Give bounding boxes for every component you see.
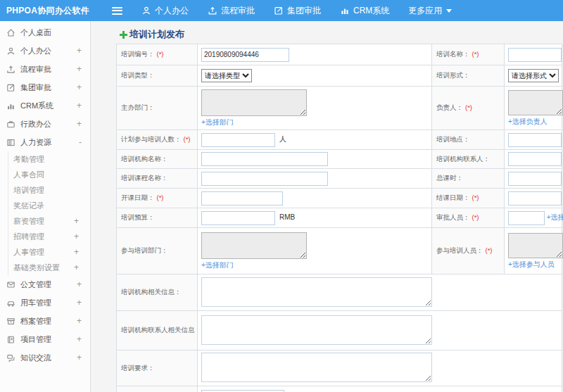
unit-label: 人	[279, 135, 286, 143]
notebook-icon	[6, 335, 15, 344]
budget-input[interactable]	[201, 211, 275, 225]
field-cell	[198, 169, 432, 189]
required-marker: (*)	[465, 103, 472, 111]
menu-toggle-icon[interactable]	[112, 7, 122, 15]
chat-icon	[6, 353, 15, 362]
nav-item-group-approval[interactable]: 集团审批	[274, 5, 321, 17]
expand-sign: +	[74, 217, 79, 225]
sidebar-item-admin-office[interactable]: 行政办公 +	[0, 115, 90, 133]
required-marker: (*)	[472, 50, 479, 58]
sidebar-subitem-rewards[interactable]: 奖惩记录	[8, 198, 90, 213]
org-contact-info-textarea[interactable]	[201, 315, 432, 345]
field-label: 培训机构名称：	[121, 155, 168, 163]
label-cell: 开课日期：(*)	[117, 189, 198, 208]
label-cell: 培训地点：	[432, 130, 505, 150]
field-label: 参与培训人员：	[436, 246, 483, 254]
edit-icon	[6, 83, 15, 92]
course-name-input[interactable]	[201, 172, 328, 186]
sidebar-subitem-hr-contract[interactable]: 人事合同	[8, 167, 90, 182]
sidebar-item-vehicle[interactable]: 用车管理 +	[0, 293, 90, 312]
field-cell	[198, 311, 562, 350]
sidebar-subitem-training[interactable]: 培训管理	[8, 182, 90, 198]
page-title: 培训计划发布	[120, 28, 184, 41]
expand-sign: +	[77, 335, 82, 343]
sidebar-item-label: 个人桌面	[20, 27, 51, 38]
main-content: 培训计划发布 培训编号：(*) 培训名称：(*) 培训类型： 请选择类型 培训形…	[91, 21, 563, 392]
label-cell: 培训编号：(*)	[117, 44, 198, 65]
requirements-textarea[interactable]	[201, 353, 432, 382]
select-approver-link[interactable]: +选择审批人员	[547, 213, 563, 222]
edit-icon	[274, 6, 284, 15]
training-type-select[interactable]: 请选择类型	[201, 69, 252, 82]
nav-item-personal-office[interactable]: 个人办公	[141, 5, 189, 17]
org-contact-input[interactable]	[508, 152, 562, 166]
training-number-input[interactable]	[201, 48, 289, 62]
training-plan-form: 培训编号：(*) 培训名称：(*) 培训类型： 请选择类型 培训形式： 请选择形…	[116, 44, 562, 392]
field-cell	[198, 150, 432, 169]
label-cell: 结课日期：(*)	[432, 189, 505, 208]
participant-count-input[interactable]	[201, 133, 275, 147]
required-marker: (*)	[472, 213, 479, 221]
home-icon	[6, 28, 15, 37]
end-date-input[interactable]	[508, 191, 562, 206]
total-hours-input[interactable]	[508, 172, 562, 186]
field-cell	[198, 44, 432, 65]
briefcase-icon	[6, 120, 15, 129]
sidebar-item-workflow-approval[interactable]: 流程审批 +	[0, 60, 90, 78]
nav-item-crm[interactable]: CRM系统	[340, 5, 389, 17]
attachment-input[interactable]	[201, 390, 284, 392]
field-cell: +附件上传	[198, 386, 562, 392]
sidebar-subitem-label: 人事合同	[13, 170, 44, 180]
select-participants-link[interactable]: +选择参与人员	[508, 260, 555, 270]
sidebar-item-group-approval[interactable]: 集团审批 +	[0, 78, 90, 96]
field-label: 培训形式：	[436, 71, 470, 79]
archive-icon	[6, 317, 15, 326]
sidebar-item-label: 知识交流	[20, 353, 51, 363]
select-leader-link[interactable]: +选择负责人	[508, 117, 548, 127]
org-name-input[interactable]	[201, 152, 328, 166]
required-marker: (*)	[184, 135, 191, 143]
sidebar-item-personal-office[interactable]: 个人办公 +	[0, 42, 90, 60]
sidebar-item-project[interactable]: 项目管理 +	[0, 330, 90, 348]
sidebar-item-label: 项目管理	[20, 334, 51, 345]
sidebar-subitem-personnel[interactable]: 人事管理 +	[8, 244, 90, 260]
participants-textarea[interactable]	[508, 233, 563, 258]
label-cell: 培训要求：	[117, 350, 198, 386]
label-cell: 培训类型：	[117, 65, 198, 87]
approver-input[interactable]	[508, 211, 545, 225]
start-date-input[interactable]	[201, 191, 283, 206]
sidebar-item-label: 流程审批	[20, 64, 51, 75]
sidebar-subitem-attendance[interactable]: 考勤管理	[8, 151, 90, 167]
sidebar-item-official-doc[interactable]: 公文管理 +	[0, 275, 90, 293]
field-cell: +选择部门	[198, 228, 432, 274]
select-department-link[interactable]: +选择部门	[201, 118, 234, 127]
sidebar-item-hr[interactable]: 人力资源 -	[0, 133, 90, 151]
sidebar-subitem-salary[interactable]: 薪资管理 +	[8, 213, 90, 229]
field-cell	[505, 150, 562, 169]
label-cell: 培训机构联系人：	[432, 150, 505, 169]
sidebar-item-desktop[interactable]: 个人桌面	[0, 23, 90, 42]
sidebar-item-archive[interactable]: 档案管理 +	[0, 312, 90, 330]
leader-textarea[interactable]	[508, 90, 563, 115]
org-info-textarea[interactable]	[201, 277, 432, 307]
select-department-link[interactable]: +选择部门	[201, 260, 234, 270]
field-label: 负责人：	[436, 103, 463, 111]
sidebar-item-label: 集团审批	[20, 82, 51, 93]
user-icon	[6, 46, 15, 56]
host-department-textarea[interactable]	[201, 89, 307, 116]
location-input[interactable]	[508, 133, 562, 147]
field-label: 培训预算：	[121, 213, 155, 221]
unit-label: RMB	[279, 213, 295, 221]
participate-department-textarea[interactable]	[201, 232, 307, 259]
training-name-input[interactable]	[508, 48, 562, 62]
sidebar-subitem-base-category[interactable]: 基础类别设置 +	[8, 260, 90, 275]
training-form-select[interactable]: 请选择形式	[508, 69, 559, 82]
field-cell	[198, 350, 562, 386]
field-cell	[198, 189, 432, 208]
nav-item-workflow-approval[interactable]: 流程审批	[208, 5, 255, 17]
nav-item-more-apps[interactable]: 更多应用	[408, 5, 452, 17]
sidebar-item-crm[interactable]: CRM系统 +	[0, 96, 90, 115]
sidebar-item-label: 用车管理	[20, 298, 51, 308]
sidebar-item-knowledge[interactable]: 知识交流 +	[0, 348, 90, 367]
sidebar-subitem-recruit[interactable]: 招聘管理 +	[8, 229, 90, 244]
